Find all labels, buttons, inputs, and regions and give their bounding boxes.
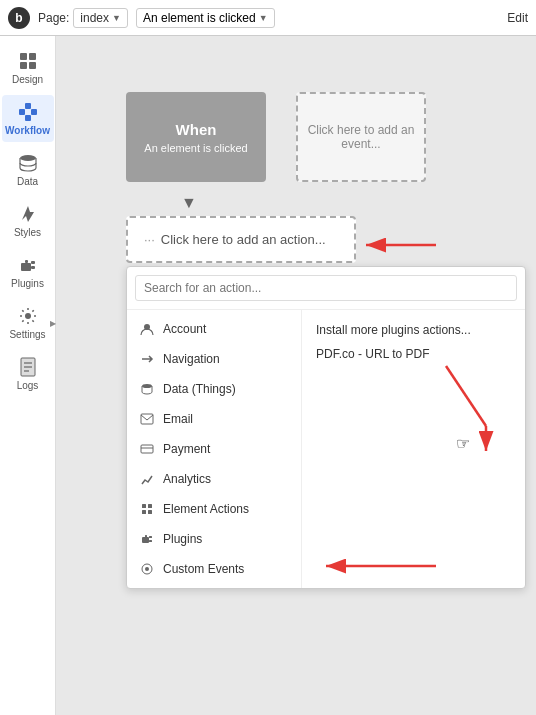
panel-item-analytics[interactable]: Analytics xyxy=(127,464,301,494)
trigger-selector[interactable]: An element is clicked ▼ xyxy=(136,8,275,28)
svg-point-13 xyxy=(25,313,31,319)
down-arrow-icon: ▼ xyxy=(181,194,197,212)
svg-rect-3 xyxy=(29,62,36,69)
navigation-icon xyxy=(139,351,155,367)
panel-item-element-actions[interactable]: Element Actions xyxy=(127,494,301,524)
svg-point-32 xyxy=(145,567,149,571)
sidebar-item-data[interactable]: Data xyxy=(2,146,54,193)
svg-rect-11 xyxy=(31,266,35,269)
account-icon xyxy=(139,321,155,337)
add-action-button[interactable]: ··· Click here to add an action... xyxy=(126,216,356,263)
chevron-down-icon: ▼ xyxy=(259,13,268,23)
page-label: Page: index ▼ xyxy=(38,8,128,28)
edit-button[interactable]: Edit xyxy=(507,11,528,25)
svg-rect-26 xyxy=(148,510,152,514)
svg-rect-27 xyxy=(142,537,149,543)
svg-rect-25 xyxy=(142,510,146,514)
svg-rect-24 xyxy=(148,504,152,508)
top-bar: b Page: index ▼ An element is clicked ▼ … xyxy=(0,0,536,36)
plugins-icon xyxy=(17,254,39,276)
sidebar-item-workflow[interactable]: Workflow xyxy=(2,95,54,142)
svg-rect-9 xyxy=(21,263,31,271)
main-layout: Design Workflow Data xyxy=(0,36,536,715)
svg-rect-2 xyxy=(20,62,27,69)
email-icon xyxy=(139,411,155,427)
panel-item-email[interactable]: Email xyxy=(127,404,301,434)
svg-point-19 xyxy=(142,384,152,388)
svg-rect-10 xyxy=(31,261,35,264)
svg-rect-20 xyxy=(141,414,153,424)
panel-left: Account Navigation xyxy=(127,310,302,588)
event-placeholder[interactable]: Click here to add an event... xyxy=(296,92,426,182)
svg-rect-7 xyxy=(25,115,31,121)
sidebar-item-settings[interactable]: Settings ▶ xyxy=(2,299,54,346)
design-icon xyxy=(17,50,39,72)
panel-item-custom-events[interactable]: Custom Events xyxy=(127,554,301,584)
sidebar-item-design[interactable]: Design xyxy=(2,44,54,91)
panel-item-navigation[interactable]: Navigation xyxy=(127,344,301,374)
panel-item-plugins[interactable]: Plugins xyxy=(127,524,301,554)
panel-item-payment[interactable]: Payment xyxy=(127,434,301,464)
styles-icon xyxy=(17,203,39,225)
search-box xyxy=(127,267,525,310)
panel-item-data[interactable]: Data (Things) xyxy=(127,374,301,404)
data-things-icon xyxy=(139,381,155,397)
svg-rect-12 xyxy=(25,260,28,263)
workflow-icon xyxy=(17,101,39,123)
sidebar-item-plugins[interactable]: Plugins xyxy=(2,248,54,295)
action-dropdown-panel: Account Navigation xyxy=(126,266,526,589)
when-subtitle: An element is clicked xyxy=(144,142,247,154)
canvas-area: When An element is clicked Click here to… xyxy=(56,36,536,715)
when-title: When xyxy=(176,121,217,138)
element-actions-icon xyxy=(139,501,155,517)
page-selector[interactable]: index ▼ xyxy=(73,8,128,28)
search-input[interactable] xyxy=(135,275,517,301)
svg-rect-30 xyxy=(145,535,147,537)
plugins-panel-icon xyxy=(139,531,155,547)
logs-icon xyxy=(17,356,39,378)
sidebar-item-styles[interactable]: Styles xyxy=(2,197,54,244)
action-plus-icon: ··· xyxy=(144,232,155,247)
svg-rect-0 xyxy=(20,53,27,60)
when-block[interactable]: When An element is clicked xyxy=(126,92,266,182)
svg-rect-23 xyxy=(142,504,146,508)
sidebar: Design Workflow Data xyxy=(0,36,56,715)
panel-item-account[interactable]: Account xyxy=(127,314,301,344)
svg-rect-4 xyxy=(19,109,25,115)
chevron-down-icon: ▼ xyxy=(112,13,121,23)
data-icon xyxy=(17,152,39,174)
svg-rect-21 xyxy=(141,445,153,453)
svg-rect-29 xyxy=(149,540,152,542)
custom-events-icon xyxy=(139,561,155,577)
action-container: ··· Click here to add an action... xyxy=(126,216,526,263)
svg-rect-6 xyxy=(31,109,37,115)
pdf-co-item[interactable]: PDF.co - URL to PDF xyxy=(312,342,515,366)
expand-icon: ▶ xyxy=(50,318,56,327)
sidebar-item-logs[interactable]: Logs xyxy=(2,350,54,397)
analytics-icon xyxy=(139,471,155,487)
payment-icon xyxy=(139,441,155,457)
svg-rect-1 xyxy=(29,53,36,60)
svg-point-8 xyxy=(20,155,36,161)
settings-icon xyxy=(17,305,39,327)
install-more-button[interactable]: Install more plugins actions... xyxy=(312,318,515,342)
svg-rect-5 xyxy=(25,103,31,109)
panel-body: Account Navigation xyxy=(127,310,525,588)
svg-rect-28 xyxy=(149,536,152,538)
app-logo: b xyxy=(8,7,30,29)
panel-right: Install more plugins actions... PDF.co -… xyxy=(302,310,525,588)
